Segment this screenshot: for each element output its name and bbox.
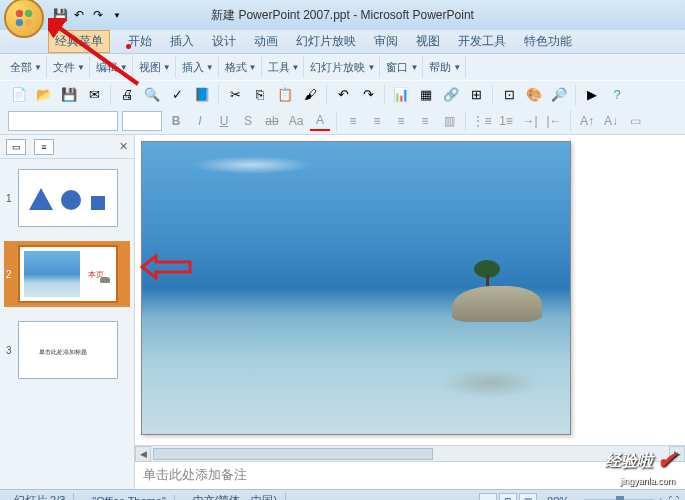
mail-icon[interactable]: ✉ [83,84,105,106]
fontsize-selector[interactable] [122,111,162,131]
grow-font-icon[interactable]: A↑ [577,111,597,131]
status-bar: 幻灯片 2/3 "Office Theme" 中文(简体，中国) ▭ ⊞ ▣ 8… [0,489,685,500]
help-icon[interactable]: ? [606,84,628,106]
color-icon[interactable]: 🎨 [523,84,545,106]
zoom-out-icon[interactable]: − [573,495,579,501]
tab-review[interactable]: 审阅 [374,33,398,50]
decrease-indent-icon[interactable]: |← [544,111,564,131]
font-selector[interactable] [8,111,118,131]
grid-icon[interactable]: ⊡ [498,84,520,106]
fontcolor-button[interactable]: A [310,111,330,131]
tab-design[interactable]: 设计 [212,33,236,50]
tab-insert[interactable]: 插入 [170,33,194,50]
slideshow-view-icon[interactable]: ▣ [519,493,537,501]
separator [336,111,337,131]
tab-view[interactable]: 视图 [416,33,440,50]
columns-icon[interactable]: ▥ [439,111,459,131]
slide-preview: 本页 [18,245,118,303]
underline-button[interactable]: U [214,111,234,131]
table-icon[interactable]: ▦ [415,84,437,106]
tab-slideshow[interactable]: 幻灯片放映 [296,33,356,50]
open-icon[interactable]: 📂 [33,84,55,106]
spell-icon[interactable]: ✓ [166,84,188,106]
tab-home[interactable]: 开始 [128,33,152,50]
quick-access-toolbar: 💾 ↶ ↷ ▼ [52,7,125,23]
svg-point-3 [25,19,32,26]
slide-text: 单击此处添加标题 [39,348,87,357]
theme-indicator: "Office Theme" [84,495,174,501]
menu-all[interactable]: 全部▼ [6,56,47,78]
shadow-button[interactable]: S [238,111,258,131]
slide-preview [18,169,118,227]
slide-thumb-2[interactable]: 2 本页 [4,241,130,307]
horizontal-scrollbar[interactable]: ◀ ▶ [135,445,685,461]
menu-tools[interactable]: 工具▼ [264,56,305,78]
menu-slideshow[interactable]: 幻灯片放映▼ [306,56,380,78]
separator [326,85,327,105]
panel-tabs: ▭ ≡ ✕ [0,135,134,159]
align-left-icon[interactable]: ≡ [343,111,363,131]
shrink-font-icon[interactable]: A↓ [601,111,621,131]
align-right-icon[interactable]: ≡ [391,111,411,131]
save-icon[interactable]: 💾 [52,7,68,23]
undo-icon[interactable]: ↶ [71,7,87,23]
slide-thumb-3[interactable]: 3 单击此处添加标题 [4,317,130,383]
chart-icon[interactable]: 📊 [390,84,412,106]
hyperlink-icon[interactable]: 🔗 [440,84,462,106]
scrollbar-thumb[interactable] [153,448,433,460]
menu-edit[interactable]: 编辑▼ [92,56,133,78]
layout-icon[interactable]: ▭ [625,111,645,131]
numbering-icon[interactable]: 1≡ [496,111,516,131]
menu-format[interactable]: 格式▼ [221,56,262,78]
preview-icon[interactable]: 🔍 [141,84,163,106]
scroll-left-icon[interactable]: ◀ [135,446,151,462]
strike-button[interactable]: ab [262,111,282,131]
save-icon[interactable]: 💾 [58,84,80,106]
tab-animation[interactable]: 动画 [254,33,278,50]
zoom-icon[interactable]: 🔎 [548,84,570,106]
qat-dropdown-icon[interactable]: ▼ [109,7,125,23]
print-icon[interactable]: 🖨 [116,84,138,106]
outline-tab[interactable]: ≡ [34,139,54,155]
menu-file[interactable]: 文件▼ [49,56,90,78]
cut-icon[interactable]: ✂ [224,84,246,106]
language-indicator[interactable]: 中文(简体，中国) [185,493,286,500]
normal-view-icon[interactable]: ▭ [479,493,497,501]
zoom-in-icon[interactable]: + [658,495,664,501]
slide-thumb-1[interactable]: 1 [4,165,130,231]
bullets-icon[interactable]: ⋮≡ [472,111,492,131]
menu-help[interactable]: 帮助▼ [425,56,466,78]
tab-special[interactable]: 特色功能 [524,33,572,50]
menu-window[interactable]: 窗口▼ [382,56,423,78]
bold-button[interactable]: B [166,111,186,131]
slide-canvas[interactable] [141,141,571,435]
slides-tab[interactable]: ▭ [6,139,26,155]
redo-icon[interactable]: ↷ [90,7,106,23]
zoom-value[interactable]: 80% [547,495,569,501]
tab-classic[interactable]: 经典菜单 [48,30,110,53]
justify-icon[interactable]: ≡ [415,111,435,131]
menu-insert[interactable]: 插入▼ [178,56,219,78]
fit-icon[interactable]: ⛶ [668,495,679,501]
circle-shape [61,190,81,210]
redo-icon[interactable]: ↷ [357,84,379,106]
notes-pane[interactable]: 单击此处添加备注 [135,461,685,489]
tables-icon[interactable]: ⊞ [465,84,487,106]
copy-icon[interactable]: ⎘ [249,84,271,106]
align-center-icon[interactable]: ≡ [367,111,387,131]
research-icon[interactable]: 📘 [191,84,213,106]
paste-icon[interactable]: 📋 [274,84,296,106]
sorter-view-icon[interactable]: ⊞ [499,493,517,501]
menu-view[interactable]: 视图▼ [135,56,176,78]
close-panel-icon[interactable]: ✕ [119,140,128,153]
painter-icon[interactable]: 🖌 [299,84,321,106]
increase-indent-icon[interactable]: →| [520,111,540,131]
changecase-button[interactable]: Aa [286,111,306,131]
undo-icon[interactable]: ↶ [332,84,354,106]
canvas-viewport[interactable] [135,135,685,445]
tab-developer[interactable]: 开发工具 [458,33,506,50]
italic-button[interactable]: I [190,111,210,131]
new-icon[interactable]: 📄 [8,84,30,106]
slideshow-icon[interactable]: ▶ [581,84,603,106]
rock [452,286,542,322]
